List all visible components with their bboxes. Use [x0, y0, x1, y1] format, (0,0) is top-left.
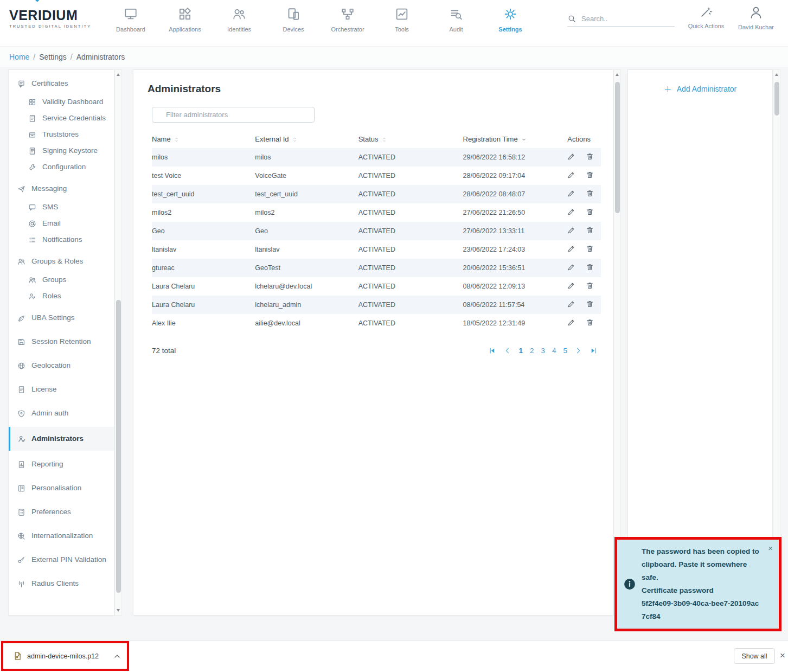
nav-item-dashboard[interactable]: Dashboard: [104, 4, 158, 33]
nav-item-orchestrator[interactable]: Orchestrator: [321, 4, 375, 33]
add-administrator-button[interactable]: Add Administrator: [664, 85, 737, 93]
pagination-first-button[interactable]: [488, 347, 496, 355]
sidebar-item-certificates[interactable]: Certificates: [9, 73, 114, 94]
sidebar-item-administrators[interactable]: Administrators: [9, 427, 114, 451]
pagination-page-3[interactable]: 3: [541, 347, 545, 355]
table-row: milos2milos2ACTIVATED27/06/2022 21:26:50: [152, 203, 601, 222]
table-row: ltanislavltanislavACTIVATED23/06/2022 17…: [152, 240, 601, 259]
truststores-icon: [28, 131, 36, 139]
scroll-down-arrow[interactable]: [115, 606, 121, 615]
edit-button[interactable]: [567, 281, 575, 290]
sidebar-item-radius-clients[interactable]: Radius Clients: [9, 573, 114, 594]
column-header-name[interactable]: Name: [152, 130, 255, 148]
edit-button[interactable]: [567, 189, 575, 197]
cell-actions: [567, 203, 600, 222]
nav-item-applications[interactable]: Applications: [158, 4, 212, 33]
window-scrollbar-thumb[interactable]: [774, 82, 779, 116]
pagination-next-button[interactable]: [574, 347, 582, 355]
pagination-page-1[interactable]: 1: [518, 347, 523, 355]
sidebar-item-messaging[interactable]: Messaging: [9, 178, 114, 199]
sidebar-item-roles[interactable]: Roles: [9, 288, 114, 304]
edit-button[interactable]: [567, 318, 575, 327]
delete-button[interactable]: [586, 245, 594, 253]
edit-button[interactable]: [567, 152, 575, 161]
user-name: David Kuchar: [738, 24, 774, 30]
download-item[interactable]: admin-device-milos.p12: [1, 641, 129, 671]
sidebar-item-email[interactable]: Email: [9, 215, 114, 232]
radius-clients-icon: [17, 580, 25, 588]
filter-administrators-input[interactable]: [152, 107, 315, 123]
sidebar-item-session-retention[interactable]: Session Retention: [9, 331, 114, 352]
column-header-registration-time[interactable]: Registration Time: [463, 130, 568, 148]
sidebar-item-validity-dashboard[interactable]: Validity Dashboard: [9, 94, 114, 110]
sidebar-item-internationalization[interactable]: Internationalization: [9, 526, 114, 546]
nav-item-identities[interactable]: Identities: [212, 4, 266, 33]
sidebar-item-signing-keystore[interactable]: Signing Keystore: [9, 143, 114, 159]
trash-icon: [586, 171, 594, 179]
nav-item-tools[interactable]: Tools: [375, 4, 429, 33]
edit-button[interactable]: [567, 263, 575, 271]
delete-button[interactable]: [586, 226, 594, 234]
delete-button[interactable]: [586, 263, 594, 271]
scroll-up-arrow[interactable]: [115, 71, 121, 79]
sidebar-item-truststores[interactable]: Truststores: [9, 126, 114, 143]
sidebar-item-service-credentials[interactable]: Service Credentials: [9, 110, 114, 126]
delete-button[interactable]: [586, 189, 594, 197]
delete-button[interactable]: [586, 300, 594, 308]
administrators-icon: [17, 435, 25, 443]
sidebar-item-external-pin-validation[interactable]: External PIN Validation: [9, 549, 114, 570]
info-icon: [624, 578, 636, 590]
delete-button[interactable]: [586, 171, 594, 179]
show-all-button[interactable]: Show all: [734, 648, 775, 664]
cell-name: test_cert_uuid: [152, 185, 255, 203]
edit-button[interactable]: [567, 245, 575, 253]
download-bar-close-button[interactable]: ×: [780, 651, 785, 660]
sidebar-item-sms[interactable]: SMS: [9, 199, 114, 215]
quick-actions-button[interactable]: Quick Actions: [684, 5, 728, 29]
user-menu[interactable]: David Kuchar: [733, 5, 779, 30]
chevron-up-icon[interactable]: [113, 652, 121, 661]
edit-button[interactable]: [567, 171, 575, 179]
sidebar-item-license[interactable]: License: [9, 379, 114, 400]
sidebar-item-notifications[interactable]: Notifications: [9, 232, 114, 248]
sidebar-item-preferences[interactable]: Preferences: [9, 502, 114, 522]
sorted-desc-icon: [521, 136, 527, 143]
toast-close-button[interactable]: ×: [768, 544, 773, 552]
breadcrumb-item-home[interactable]: Home: [9, 53, 29, 61]
sidebar-item-groups-roles[interactable]: Groups & Roles: [9, 251, 114, 272]
pencil-icon: [567, 300, 575, 308]
brand-logo[interactable]: VERIDIUM TRUSTED DIGITAL IDENTITY: [9, 8, 91, 29]
pagination-prev-button[interactable]: [503, 347, 511, 355]
nav-item-settings[interactable]: Settings: [483, 4, 537, 33]
pagination-page-2[interactable]: 2: [530, 347, 534, 355]
sidebar-item-personalisation[interactable]: Personalisation: [9, 478, 114, 498]
delete-button[interactable]: [586, 318, 594, 327]
delete-button[interactable]: [586, 281, 594, 290]
column-header-status[interactable]: Status: [358, 130, 463, 148]
sidebar-item-geolocation[interactable]: Geolocation: [9, 355, 114, 376]
sidebar-item-groups[interactable]: Groups: [9, 272, 114, 288]
edit-button[interactable]: [567, 208, 575, 216]
search-input[interactable]: [581, 15, 677, 23]
pagination-page-4[interactable]: 4: [552, 347, 556, 355]
sidebar-item-uba-settings[interactable]: UBA Settings: [9, 308, 114, 328]
pagination-page-5[interactable]: 5: [563, 347, 567, 355]
column-header-external-id[interactable]: External Id: [255, 130, 358, 148]
edit-button[interactable]: [567, 300, 575, 308]
window-scrollbar: [773, 69, 780, 616]
scroll-up-arrow[interactable]: [614, 71, 620, 79]
sidebar-item-reporting[interactable]: Reporting: [9, 454, 114, 475]
trash-icon: [586, 226, 594, 234]
main-scrollbar-thumb[interactable]: [615, 82, 620, 213]
edit-button[interactable]: [567, 226, 575, 234]
cell-actions: [567, 167, 600, 185]
nav-item-devices[interactable]: Devices: [266, 4, 321, 33]
scroll-up-arrow[interactable]: [773, 71, 780, 79]
sidebar-scrollbar-thumb[interactable]: [116, 300, 121, 593]
nav-item-audit[interactable]: Audit: [429, 4, 483, 33]
sidebar-item-configuration[interactable]: Configuration: [9, 159, 114, 175]
sidebar-item-admin-auth[interactable]: Admin auth: [9, 403, 114, 424]
delete-button[interactable]: [586, 152, 594, 161]
delete-button[interactable]: [586, 208, 594, 216]
pagination-last-button[interactable]: [590, 347, 598, 355]
